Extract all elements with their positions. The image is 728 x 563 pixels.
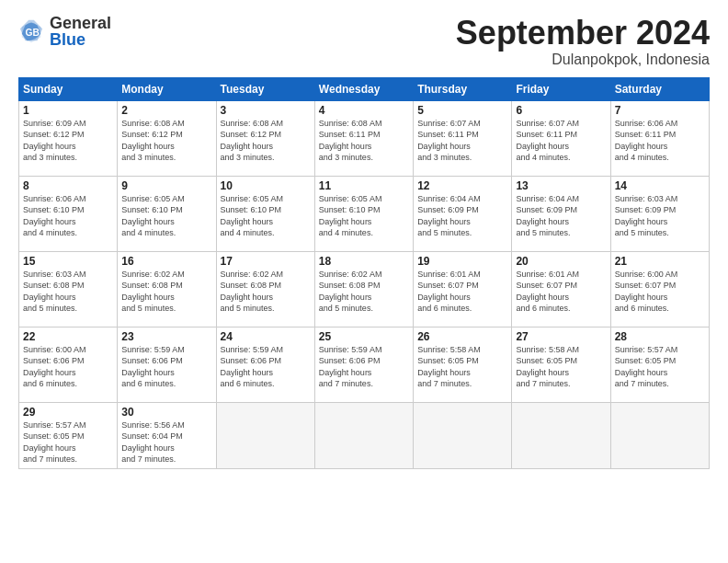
table-row: 15 Sunrise: 6:03 AM Sunset: 6:08 PM Dayl… bbox=[19, 251, 118, 327]
day-info: Sunrise: 6:01 AM Sunset: 6:07 PM Dayligh… bbox=[516, 269, 606, 315]
table-row: 9 Sunrise: 6:05 AM Sunset: 6:10 PM Dayli… bbox=[118, 176, 216, 251]
table-row: 19 Sunrise: 6:01 AM Sunset: 6:07 PM Dayl… bbox=[414, 251, 512, 327]
header-friday: Friday bbox=[512, 77, 610, 100]
day-number: 19 bbox=[417, 255, 507, 268]
day-info: Sunrise: 6:05 AM Sunset: 6:10 PM Dayligh… bbox=[221, 193, 311, 239]
table-row: 21 Sunrise: 6:00 AM Sunset: 6:07 PM Dayl… bbox=[610, 251, 709, 327]
day-info: Sunrise: 6:04 AM Sunset: 6:09 PM Dayligh… bbox=[516, 193, 606, 239]
day-number: 8 bbox=[23, 179, 113, 192]
day-number: 26 bbox=[417, 330, 507, 343]
table-row: 12 Sunrise: 6:04 AM Sunset: 6:09 PM Dayl… bbox=[414, 176, 512, 251]
header-saturday: Saturday bbox=[610, 77, 709, 100]
day-info: Sunrise: 6:08 AM Sunset: 6:12 PM Dayligh… bbox=[121, 118, 211, 164]
table-row: 2 Sunrise: 6:08 AM Sunset: 6:12 PM Dayli… bbox=[118, 100, 216, 176]
day-info: Sunrise: 6:06 AM Sunset: 6:11 PM Dayligh… bbox=[615, 118, 705, 164]
day-number: 5 bbox=[417, 104, 507, 117]
header-monday: Monday bbox=[118, 77, 216, 100]
table-row: 5 Sunrise: 6:07 AM Sunset: 6:11 PM Dayli… bbox=[414, 100, 512, 176]
day-info: Sunrise: 6:00 AM Sunset: 6:06 PM Dayligh… bbox=[23, 344, 113, 390]
days-header-row: Sunday Monday Tuesday Wednesday Thursday… bbox=[19, 77, 710, 100]
header-thursday: Thursday bbox=[414, 77, 512, 100]
logo: GB General Blue bbox=[18, 15, 111, 48]
day-info: Sunrise: 6:00 AM Sunset: 6:07 PM Dayligh… bbox=[615, 269, 705, 315]
day-number: 16 bbox=[121, 255, 211, 268]
table-row: 26 Sunrise: 5:58 AM Sunset: 6:05 PM Dayl… bbox=[414, 327, 512, 402]
day-number: 10 bbox=[221, 179, 311, 192]
table-row: 8 Sunrise: 6:06 AM Sunset: 6:10 PM Dayli… bbox=[19, 176, 118, 251]
day-info: Sunrise: 5:56 AM Sunset: 6:04 PM Dayligh… bbox=[121, 419, 211, 465]
day-info: Sunrise: 6:02 AM Sunset: 6:08 PM Dayligh… bbox=[319, 269, 409, 315]
day-number: 17 bbox=[221, 255, 311, 268]
month-title: September 2024 bbox=[456, 15, 710, 52]
table-row: 7 Sunrise: 6:06 AM Sunset: 6:11 PM Dayli… bbox=[610, 100, 709, 176]
day-info: Sunrise: 5:59 AM Sunset: 6:06 PM Dayligh… bbox=[221, 344, 311, 390]
table-row bbox=[216, 402, 314, 468]
table-row bbox=[414, 402, 512, 468]
header-wednesday: Wednesday bbox=[314, 77, 413, 100]
day-number: 20 bbox=[516, 255, 606, 268]
day-number: 2 bbox=[121, 104, 211, 117]
table-row: 3 Sunrise: 6:08 AM Sunset: 6:12 PM Dayli… bbox=[216, 100, 314, 176]
day-info: Sunrise: 6:05 AM Sunset: 6:10 PM Dayligh… bbox=[121, 193, 211, 239]
table-row: 22 Sunrise: 6:00 AM Sunset: 6:06 PM Dayl… bbox=[19, 327, 118, 402]
day-number: 11 bbox=[319, 179, 409, 192]
day-number: 24 bbox=[221, 330, 311, 343]
day-info: Sunrise: 6:06 AM Sunset: 6:10 PM Dayligh… bbox=[23, 193, 113, 239]
day-info: Sunrise: 6:02 AM Sunset: 6:08 PM Dayligh… bbox=[121, 269, 211, 315]
day-info: Sunrise: 5:59 AM Sunset: 6:06 PM Dayligh… bbox=[121, 344, 211, 390]
table-row: 4 Sunrise: 6:08 AM Sunset: 6:11 PM Dayli… bbox=[314, 100, 413, 176]
table-row: 14 Sunrise: 6:03 AM Sunset: 6:09 PM Dayl… bbox=[610, 176, 709, 251]
table-row: 23 Sunrise: 5:59 AM Sunset: 6:06 PM Dayl… bbox=[118, 327, 216, 402]
table-row: 18 Sunrise: 6:02 AM Sunset: 6:08 PM Dayl… bbox=[314, 251, 413, 327]
day-info: Sunrise: 6:09 AM Sunset: 6:12 PM Dayligh… bbox=[23, 118, 113, 164]
day-info: Sunrise: 6:04 AM Sunset: 6:09 PM Dayligh… bbox=[417, 193, 507, 239]
table-row: 1 Sunrise: 6:09 AM Sunset: 6:12 PM Dayli… bbox=[19, 100, 118, 176]
day-number: 22 bbox=[23, 330, 113, 343]
day-number: 28 bbox=[615, 330, 705, 343]
table-row: 28 Sunrise: 5:57 AM Sunset: 6:05 PM Dayl… bbox=[610, 327, 709, 402]
day-number: 23 bbox=[121, 330, 211, 343]
day-number: 29 bbox=[23, 406, 113, 419]
table-row: 10 Sunrise: 6:05 AM Sunset: 6:10 PM Dayl… bbox=[216, 176, 314, 251]
header: GB General Blue September 2024 Dulanpokp… bbox=[18, 15, 710, 68]
calendar-table: Sunday Monday Tuesday Wednesday Thursday… bbox=[18, 77, 710, 469]
table-row: 29 Sunrise: 5:57 AM Sunset: 6:05 PM Dayl… bbox=[19, 402, 118, 468]
day-number: 1 bbox=[23, 104, 113, 117]
day-info: Sunrise: 6:08 AM Sunset: 6:11 PM Dayligh… bbox=[319, 118, 409, 164]
day-number: 15 bbox=[23, 255, 113, 268]
day-number: 25 bbox=[319, 330, 409, 343]
day-info: Sunrise: 6:03 AM Sunset: 6:08 PM Dayligh… bbox=[23, 269, 113, 315]
day-number: 7 bbox=[615, 104, 705, 117]
logo-general: General bbox=[50, 15, 111, 31]
table-row: 20 Sunrise: 6:01 AM Sunset: 6:07 PM Dayl… bbox=[512, 251, 610, 327]
logo-text: General Blue bbox=[50, 15, 111, 48]
day-info: Sunrise: 6:05 AM Sunset: 6:10 PM Dayligh… bbox=[319, 193, 409, 239]
day-number: 21 bbox=[615, 255, 705, 268]
table-row: 11 Sunrise: 6:05 AM Sunset: 6:10 PM Dayl… bbox=[314, 176, 413, 251]
table-row: 6 Sunrise: 6:07 AM Sunset: 6:11 PM Dayli… bbox=[512, 100, 610, 176]
table-row: 30 Sunrise: 5:56 AM Sunset: 6:04 PM Dayl… bbox=[118, 402, 216, 468]
day-info: Sunrise: 5:57 AM Sunset: 6:05 PM Dayligh… bbox=[23, 419, 113, 465]
day-number: 27 bbox=[516, 330, 606, 343]
day-number: 3 bbox=[221, 104, 311, 117]
day-number: 12 bbox=[417, 179, 507, 192]
table-row: 27 Sunrise: 5:58 AM Sunset: 6:05 PM Dayl… bbox=[512, 327, 610, 402]
day-info: Sunrise: 5:57 AM Sunset: 6:05 PM Dayligh… bbox=[615, 344, 705, 390]
day-number: 30 bbox=[121, 406, 211, 419]
day-info: Sunrise: 5:58 AM Sunset: 6:05 PM Dayligh… bbox=[516, 344, 606, 390]
table-row: 17 Sunrise: 6:02 AM Sunset: 6:08 PM Dayl… bbox=[216, 251, 314, 327]
day-info: Sunrise: 5:59 AM Sunset: 6:06 PM Dayligh… bbox=[319, 344, 409, 390]
day-number: 18 bbox=[319, 255, 409, 268]
day-number: 13 bbox=[516, 179, 606, 192]
day-number: 9 bbox=[121, 179, 211, 192]
day-info: Sunrise: 6:08 AM Sunset: 6:12 PM Dayligh… bbox=[221, 118, 311, 164]
header-tuesday: Tuesday bbox=[216, 77, 314, 100]
logo-blue: Blue bbox=[50, 31, 111, 48]
day-info: Sunrise: 6:07 AM Sunset: 6:11 PM Dayligh… bbox=[516, 118, 606, 164]
table-row bbox=[610, 402, 709, 468]
title-section: September 2024 Dulanpokpok, Indonesia bbox=[456, 15, 710, 68]
table-row bbox=[512, 402, 610, 468]
calendar-page: GB General Blue September 2024 Dulanpokp… bbox=[0, 0, 728, 563]
table-row: 25 Sunrise: 5:59 AM Sunset: 6:06 PM Dayl… bbox=[314, 327, 413, 402]
day-number: 14 bbox=[615, 179, 705, 192]
